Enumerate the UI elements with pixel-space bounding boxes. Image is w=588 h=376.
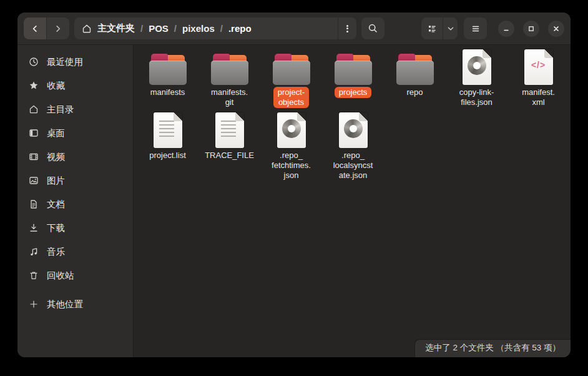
json-file-icon <box>339 112 368 148</box>
folder-icon <box>273 49 310 85</box>
folder-icon <box>211 49 248 85</box>
sidebar-item-label: 回收站 <box>47 270 74 282</box>
folder-icon <box>396 49 434 85</box>
json-file-icon <box>463 49 491 85</box>
text-file-icon <box>215 112 244 148</box>
sidebar-item-trash[interactable]: 回收站 <box>22 266 128 285</box>
home-icon <box>82 24 92 34</box>
breadcrumb-segment-pixelos[interactable]: pixelos <box>182 23 215 34</box>
file-label: manifests <box>146 87 190 98</box>
back-button[interactable] <box>24 17 46 39</box>
sidebar-item-home[interactable]: 主目录 <box>22 100 128 119</box>
film-icon <box>29 152 39 162</box>
file-label: .repo_ localsyncst ate.json <box>329 150 378 181</box>
file-item-manifests-git[interactable]: manifests. git <box>198 47 260 108</box>
maximize-button[interactable] <box>523 21 539 37</box>
json-file-icon <box>277 112 306 148</box>
sidebar-item-label: 最近使用 <box>47 56 83 68</box>
file-label: TRACE_FILE <box>200 150 258 161</box>
file-item-projects[interactable]: projects <box>322 47 384 108</box>
sidebar-item-label: 图片 <box>47 175 65 187</box>
search-icon <box>368 23 378 34</box>
sidebar-item-label: 下载 <box>47 222 65 234</box>
file-item-manifest-xml[interactable]: </> manifest. xml <box>507 47 569 108</box>
path-menu-button[interactable] <box>338 17 356 39</box>
view-options-button[interactable] <box>443 17 458 39</box>
breadcrumb: 主文件夹 / POS / pixelos / .repo <box>74 17 356 39</box>
sidebar-item-recent[interactable]: 最近使用 <box>22 52 128 71</box>
sidebar-item-downloads[interactable]: 下载 <box>22 219 128 237</box>
chevron-left-icon <box>30 24 40 34</box>
list-view-icon <box>427 24 437 34</box>
history-nav <box>24 17 69 39</box>
sidebar-item-starred[interactable]: 收藏 <box>22 76 128 95</box>
breadcrumb-home[interactable]: 主文件夹 <box>97 22 135 34</box>
code-glyph: </> <box>524 60 553 70</box>
file-view[interactable]: manifests manifests. git project- object… <box>134 45 571 357</box>
close-icon <box>552 25 560 32</box>
view-toggle <box>421 17 458 39</box>
file-item-trace-file[interactable]: TRACE_FILE <box>198 111 260 181</box>
image-icon <box>29 176 39 186</box>
file-item-repo-localsyncstate-json[interactable]: .repo_ localsyncst ate.json <box>322 111 384 181</box>
file-label: projects <box>335 87 372 98</box>
minimize-button[interactable] <box>498 21 514 37</box>
maximize-icon <box>527 25 535 32</box>
close-button[interactable] <box>548 21 564 37</box>
sidebar-item-label: 音乐 <box>47 246 65 258</box>
forward-button[interactable] <box>47 17 69 39</box>
sidebar-item-label: 其他位置 <box>47 299 83 310</box>
trash-icon <box>29 270 39 280</box>
file-label: project.list <box>145 150 190 161</box>
file-label: copy-link- files.json <box>455 87 499 108</box>
file-manager-window: 主文件夹 / POS / pixelos / .repo <box>17 12 571 357</box>
sidebar: 最近使用 收藏 主目录 桌面 视频 图片 <box>17 45 134 357</box>
document-icon <box>29 199 39 209</box>
file-label: project- objects <box>273 87 309 108</box>
download-icon <box>29 223 39 233</box>
selection-status: 选中了 2 个文件夹 （共含有 53 项） <box>414 339 571 357</box>
file-item-manifests[interactable]: manifests <box>137 47 198 108</box>
sidebar-item-desktop[interactable]: 桌面 <box>22 124 128 142</box>
file-label: manifests. git <box>207 87 252 108</box>
hamburger-icon <box>471 24 481 34</box>
music-note-icon <box>29 247 39 257</box>
file-item-repo-fetchtimes-json[interactable]: .repo_ fetchtimes. json <box>260 111 322 181</box>
chevron-down-icon <box>446 24 455 33</box>
breadcrumb-separator: / <box>220 23 223 34</box>
folder-icon <box>335 49 372 85</box>
sidebar-item-label: 文档 <box>47 199 65 210</box>
list-view-button[interactable] <box>421 17 443 39</box>
kebab-icon <box>346 24 348 33</box>
file-item-copy-link-files-json[interactable]: copy-link- files.json <box>446 47 507 108</box>
breadcrumb-segment-pos[interactable]: POS <box>149 23 169 34</box>
sidebar-item-label: 收藏 <box>47 80 65 92</box>
search-button[interactable] <box>361 17 385 39</box>
minimize-icon <box>502 25 510 32</box>
file-label: manifest. xml <box>517 87 559 108</box>
header-bar: 主文件夹 / POS / pixelos / .repo <box>17 12 571 45</box>
star-icon <box>29 81 39 91</box>
sidebar-item-label: 主目录 <box>47 104 74 116</box>
file-item-project-list[interactable]: project.list <box>137 111 198 181</box>
sidebar-item-documents[interactable]: 文档 <box>22 195 128 214</box>
file-grid: manifests manifests. git project- object… <box>134 45 571 181</box>
main-menu-button[interactable] <box>464 17 487 39</box>
file-item-project-objects[interactable]: project- objects <box>260 47 322 108</box>
sidebar-item-label: 视频 <box>47 151 65 163</box>
home-icon <box>29 104 39 114</box>
xml-file-icon: </> <box>524 49 553 85</box>
sidebar-item-pictures[interactable]: 图片 <box>22 171 128 190</box>
folder-icon <box>149 49 187 85</box>
chevron-right-icon <box>53 24 63 34</box>
clock-icon <box>29 57 39 67</box>
file-item-repo[interactable]: repo <box>384 47 446 108</box>
breadcrumb-separator: / <box>174 23 177 34</box>
sidebar-item-videos[interactable]: 视频 <box>22 147 128 166</box>
breadcrumb-segment-repo[interactable]: .repo <box>228 23 252 34</box>
window-controls <box>498 21 564 37</box>
desktop-icon <box>29 128 39 138</box>
file-label: .repo_ fetchtimes. json <box>267 150 315 181</box>
sidebar-item-other-locations[interactable]: 其他位置 <box>22 295 128 314</box>
sidebar-item-music[interactable]: 音乐 <box>22 242 128 261</box>
